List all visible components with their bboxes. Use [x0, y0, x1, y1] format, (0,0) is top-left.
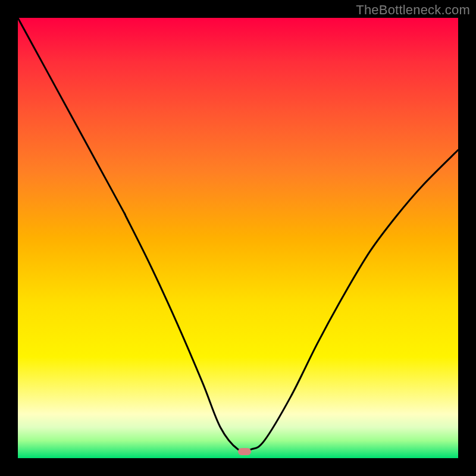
watermark-text: TheBottleneck.com — [356, 2, 470, 18]
plot-area — [18, 18, 458, 458]
optimal-point-marker — [238, 448, 251, 455]
chart-frame: TheBottleneck.com — [0, 0, 476, 476]
bottleneck-curve — [18, 18, 458, 458]
